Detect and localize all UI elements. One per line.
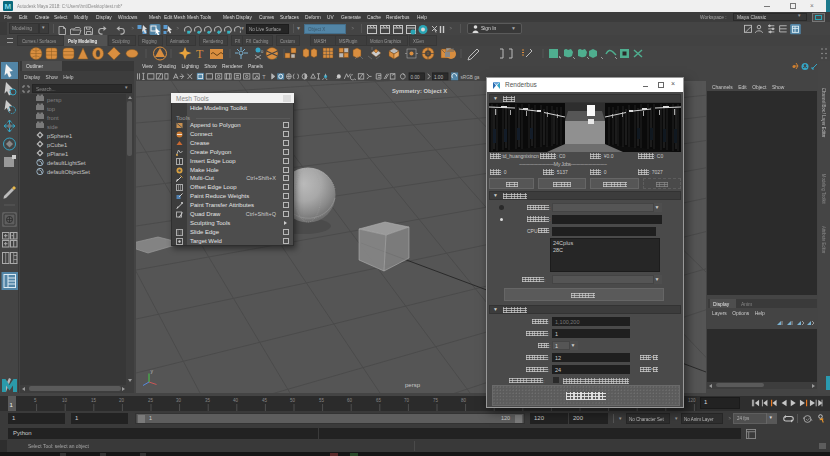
svg-text:0: 0 bbox=[261, 49, 264, 54]
svg-text:top: top bbox=[47, 106, 55, 112]
svg-text:15: 15 bbox=[91, 398, 97, 403]
svg-text:75: 75 bbox=[433, 398, 439, 403]
svg-text:70: 70 bbox=[404, 398, 410, 403]
svg-text:pSphere1: pSphere1 bbox=[47, 133, 72, 139]
svg-text:85: 85 bbox=[490, 398, 496, 403]
svg-text:95: 95 bbox=[547, 398, 553, 403]
svg-text:45: 45 bbox=[262, 398, 268, 403]
svg-text:55: 55 bbox=[319, 398, 325, 403]
svg-text:40: 40 bbox=[233, 398, 239, 403]
svg-text:pCube1: pCube1 bbox=[47, 142, 67, 148]
svg-text:front: front bbox=[47, 115, 59, 121]
svg-text:105: 105 bbox=[603, 398, 611, 403]
svg-text:50: 50 bbox=[290, 398, 296, 403]
svg-text:T: T bbox=[196, 47, 204, 61]
svg-text:Symmetry: Object X: Symmetry: Object X bbox=[392, 88, 447, 94]
svg-text:persp: persp bbox=[47, 97, 62, 103]
svg-text:pPlane1: pPlane1 bbox=[47, 151, 68, 157]
svg-text:sRGB ga: sRGB ga bbox=[460, 73, 479, 79]
svg-text:110: 110 bbox=[631, 398, 639, 403]
svg-text:T: T bbox=[262, 73, 266, 79]
svg-text:0.00: 0.00 bbox=[411, 73, 420, 79]
svg-text:persp: persp bbox=[405, 382, 421, 388]
svg-text:100: 100 bbox=[574, 398, 582, 403]
svg-text:80: 80 bbox=[461, 398, 467, 403]
svg-text:30: 30 bbox=[176, 398, 182, 403]
svg-text:35: 35 bbox=[205, 398, 211, 403]
svg-text:defaultLightSet: defaultLightSet bbox=[47, 160, 86, 166]
svg-text:65: 65 bbox=[376, 398, 382, 403]
svg-text:115: 115 bbox=[660, 398, 668, 403]
svg-text:1.00: 1.00 bbox=[434, 73, 443, 79]
svg-text:5: 5 bbox=[34, 398, 37, 403]
svg-text:90: 90 bbox=[518, 398, 524, 403]
svg-text:10: 10 bbox=[62, 398, 68, 403]
svg-text:defaultObjectSet: defaultObjectSet bbox=[47, 169, 90, 175]
svg-text:120: 120 bbox=[688, 398, 696, 403]
svg-text:60: 60 bbox=[347, 398, 353, 403]
svg-text:side: side bbox=[47, 124, 58, 130]
svg-text:25: 25 bbox=[148, 398, 154, 403]
svg-text:20: 20 bbox=[119, 398, 125, 403]
